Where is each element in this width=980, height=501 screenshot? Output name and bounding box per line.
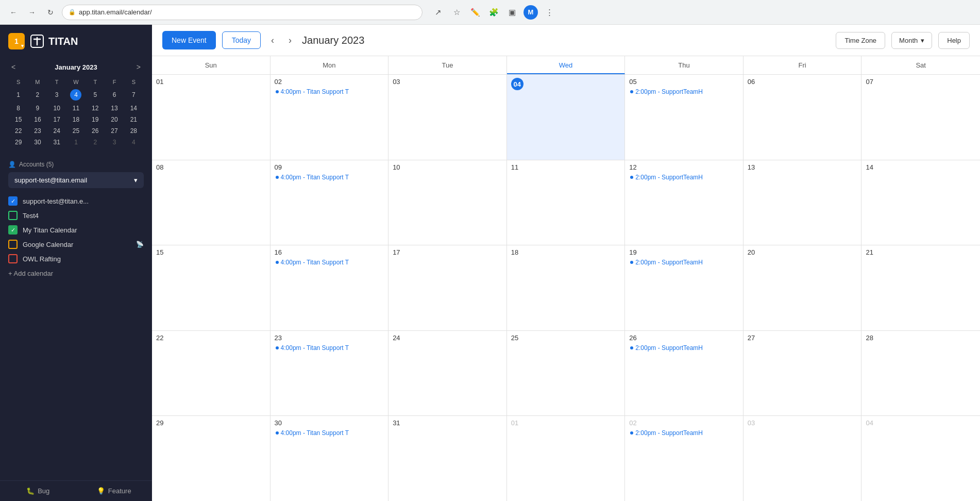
calendar-cell[interactable]: 094:00pm - Titan Support T [271, 160, 389, 245]
calendar-cell[interactable]: 22 [152, 331, 271, 416]
refresh-button[interactable]: ↻ [43, 5, 58, 20]
mini-cal-day[interactable]: 6 [105, 88, 123, 102]
event-item[interactable]: 4:00pm - Titan Support T [275, 344, 384, 352]
mini-cal-day[interactable]: 26 [86, 126, 104, 136]
mini-cal-day[interactable]: 25 [67, 126, 85, 136]
back-button[interactable]: ← [6, 5, 21, 20]
mini-cal-day[interactable]: 1 [9, 88, 27, 102]
share-icon[interactable]: ↗ [431, 5, 445, 20]
user-avatar[interactable]: M [523, 5, 538, 20]
event-item[interactable]: 2:00pm - SupportTeamH [629, 173, 739, 181]
add-calendar-button[interactable]: + Add calendar [8, 268, 144, 279]
mini-cal-day[interactable]: 2 [28, 88, 46, 102]
calendar-checkbox[interactable] [8, 240, 18, 249]
help-button[interactable]: Help [938, 32, 970, 49]
calendar-cell[interactable]: 06 [744, 75, 862, 160]
calendar-cell[interactable]: 15 [152, 245, 271, 330]
mini-cal-day[interactable]: 13 [105, 103, 123, 113]
mini-cal-day[interactable]: 18 [67, 114, 85, 125]
mini-cal-prev-button[interactable]: < [8, 62, 19, 72]
mini-cal-day[interactable]: 30 [28, 137, 46, 147]
extensions-icon[interactable]: 🧩 [486, 5, 501, 20]
calendar-cell[interactable]: 01 [507, 416, 626, 501]
calendar-cell[interactable]: 29 [152, 416, 271, 501]
mini-cal-day[interactable]: 2 [86, 137, 104, 147]
today-button[interactable]: Today [222, 31, 261, 49]
sidebar-toggle-icon[interactable]: ▣ [505, 5, 519, 20]
next-month-button[interactable]: › [284, 32, 296, 49]
mini-cal-day[interactable]: 3 [105, 137, 123, 147]
calendar-cell[interactable]: 28 [861, 331, 980, 416]
calendar-checkbox[interactable] [8, 254, 18, 263]
menu-icon[interactable]: ⋮ [542, 5, 556, 20]
new-event-button[interactable]: New Event [162, 31, 216, 49]
forward-button[interactable]: → [25, 5, 39, 20]
calendar-cell[interactable]: 08 [152, 160, 271, 245]
calendar-checkbox[interactable]: ✓ [8, 196, 18, 206]
mini-cal-day[interactable]: 4 [67, 88, 85, 102]
calendar-cell[interactable]: 01 [152, 75, 271, 160]
feature-button[interactable]: 💡 Feature [76, 481, 153, 501]
mini-cal-day[interactable]: 8 [9, 103, 27, 113]
calendar-item[interactable]: ✓support-test@titan.e... [8, 196, 144, 206]
mini-cal-day[interactable]: 20 [105, 114, 123, 125]
notification-badge[interactable]: 1 ▾ [8, 33, 25, 49]
event-item[interactable]: 2:00pm - SupportTeamH [629, 429, 739, 437]
calendar-cell[interactable]: 11 [507, 160, 626, 245]
mini-cal-day[interactable]: 21 [125, 114, 143, 125]
event-item[interactable]: 4:00pm - Titan Support T [275, 88, 384, 96]
calendar-item[interactable]: Test4 [8, 211, 144, 220]
calendar-cell[interactable]: 04 [507, 75, 626, 160]
calendar-cell[interactable]: 122:00pm - SupportTeamH [625, 160, 744, 245]
mini-cal-day[interactable]: 16 [28, 114, 46, 125]
calendar-cell[interactable]: 21 [861, 245, 980, 330]
mini-cal-day[interactable]: 27 [105, 126, 123, 136]
calendar-cell[interactable]: 164:00pm - Titan Support T [271, 245, 389, 330]
month-view-button[interactable]: Month ▾ [891, 32, 932, 49]
calendar-cell[interactable]: 24 [388, 331, 507, 416]
calendar-cell[interactable]: 31 [388, 416, 507, 501]
calendar-cell[interactable]: 262:00pm - SupportTeamH [625, 331, 744, 416]
calendar-item[interactable]: ✓My Titan Calendar [8, 225, 144, 235]
mini-cal-day[interactable]: 17 [48, 114, 66, 125]
calendar-cell[interactable]: 03 [388, 75, 507, 160]
address-bar[interactable]: 🔒 app.titan.email/calendar/ [62, 5, 423, 20]
mini-cal-day[interactable]: 11 [67, 103, 85, 113]
mini-cal-day[interactable]: 19 [86, 114, 104, 125]
mini-cal-day[interactable]: 1 [67, 137, 85, 147]
event-item[interactable]: 2:00pm - SupportTeamH [629, 344, 739, 352]
calendar-cell[interactable]: 022:00pm - SupportTeamH [625, 416, 744, 501]
calendar-checkbox[interactable] [8, 211, 18, 220]
calendar-cell[interactable]: 192:00pm - SupportTeamH [625, 245, 744, 330]
calendar-cell[interactable]: 024:00pm - Titan Support T [271, 75, 389, 160]
event-item[interactable]: 4:00pm - Titan Support T [275, 173, 384, 181]
mini-cal-day[interactable]: 28 [125, 126, 143, 136]
bug-button[interactable]: 🐛 Bug [0, 481, 76, 501]
calendar-cell[interactable]: 18 [507, 245, 626, 330]
calendar-cell[interactable]: 27 [744, 331, 862, 416]
calendar-cell[interactable]: 20 [744, 245, 862, 330]
calendar-cell[interactable]: 25 [507, 331, 626, 416]
mini-cal-day[interactable]: 23 [28, 126, 46, 136]
mini-cal-next-button[interactable]: > [133, 62, 144, 72]
event-item[interactable]: 2:00pm - SupportTeamH [629, 88, 739, 96]
timezone-button[interactable]: Time Zone [836, 32, 885, 49]
calendar-cell[interactable]: 04 [861, 416, 980, 501]
mini-cal-day[interactable]: 7 [125, 88, 143, 102]
event-item[interactable]: 2:00pm - SupportTeamH [629, 258, 739, 266]
event-item[interactable]: 4:00pm - Titan Support T [275, 429, 384, 437]
mini-cal-day[interactable]: 31 [48, 137, 66, 147]
calendar-cell[interactable]: 10 [388, 160, 507, 245]
calendar-cell[interactable]: 17 [388, 245, 507, 330]
calendar-item[interactable]: Google Calendar📡 [8, 240, 144, 249]
calendar-cell[interactable]: 14 [861, 160, 980, 245]
calendar-cell[interactable]: 07 [861, 75, 980, 160]
mini-cal-day[interactable]: 5 [86, 88, 104, 102]
mini-cal-day[interactable]: 22 [9, 126, 27, 136]
calendar-cell[interactable]: 13 [744, 160, 862, 245]
event-item[interactable]: 4:00pm - Titan Support T [275, 258, 384, 266]
prev-month-button[interactable]: ‹ [267, 32, 278, 49]
calendar-item[interactable]: OWL Rafting [8, 254, 144, 263]
calendar-cell[interactable]: 03 [744, 416, 862, 501]
mini-cal-day[interactable]: 4 [125, 137, 143, 147]
